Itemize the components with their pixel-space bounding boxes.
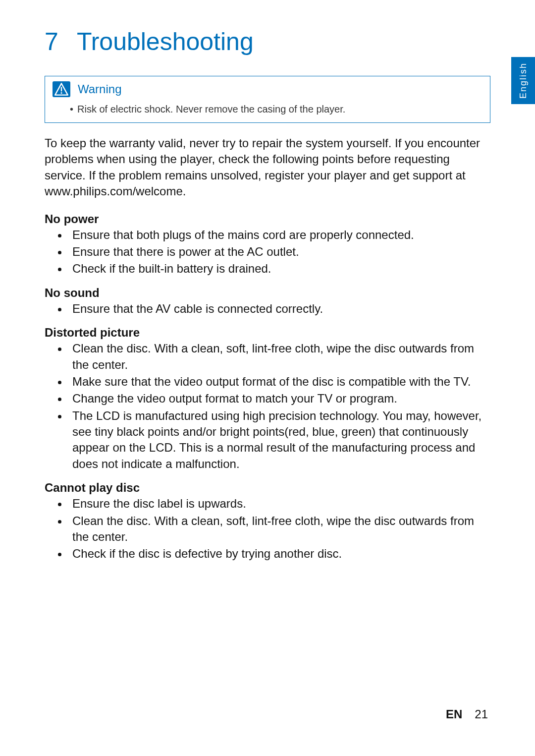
list-item: Ensure that there is power at the AC out… <box>68 244 490 260</box>
list-item: Check if the built-in battery is drained… <box>68 261 490 277</box>
chapter-heading: 7Troubleshooting <box>45 27 490 56</box>
page-content: 7Troubleshooting Warning •Risk of electr… <box>0 0 535 562</box>
warning-box: Warning •Risk of electric shock. Never r… <box>45 76 490 123</box>
section: Cannot play disc Ensure the disc label i… <box>45 481 490 562</box>
list-item: Ensure that both plugs of the mains cord… <box>68 227 490 243</box>
list-item: Clean the disc. With a clean, soft, lint… <box>68 341 490 373</box>
chapter-number: 7 <box>45 27 77 56</box>
list-item: Change the video output format to match … <box>68 391 490 407</box>
section: No power Ensure that both plugs of the m… <box>45 212 490 277</box>
section: No sound Ensure that the AV cable is con… <box>45 286 490 317</box>
list-item: Clean the disc. With a clean, soft, lint… <box>68 513 490 545</box>
warning-header: Warning <box>45 76 490 101</box>
list-item: Ensure that the AV cable is connected co… <box>68 301 490 317</box>
list-item: The LCD is manufactured using high preci… <box>68 408 490 472</box>
svg-point-2 <box>60 92 62 94</box>
section-list: Ensure that the AV cable is connected co… <box>45 301 490 317</box>
list-item: Ensure the disc label is upwards. <box>68 496 490 512</box>
section-title: No sound <box>45 286 490 300</box>
section-title: No power <box>45 212 490 226</box>
footer-page-number: 21 <box>475 707 488 721</box>
section-list: Ensure the disc label is upwards. Clean … <box>45 496 490 562</box>
section: Distorted picture Clean the disc. With a… <box>45 326 490 472</box>
section-title: Cannot play disc <box>45 481 490 495</box>
footer-lang: EN <box>446 707 462 721</box>
warning-text: Risk of electric shock. Never remove the… <box>77 104 345 115</box>
page-footer: EN21 <box>446 707 488 721</box>
section-list: Clean the disc. With a clean, soft, lint… <box>45 341 490 472</box>
list-item: Make sure that the video output format o… <box>68 374 490 390</box>
warning-body: •Risk of electric shock. Never remove th… <box>45 101 490 122</box>
warning-label: Warning <box>78 82 121 96</box>
chapter-title: Troubleshooting <box>77 28 254 56</box>
warning-icon <box>53 81 70 97</box>
section-title: Distorted picture <box>45 326 490 340</box>
intro-paragraph: To keep the warranty valid, never try to… <box>45 135 490 200</box>
section-list: Ensure that both plugs of the mains cord… <box>45 227 490 277</box>
list-item: Check if the disc is defective by trying… <box>68 546 490 562</box>
